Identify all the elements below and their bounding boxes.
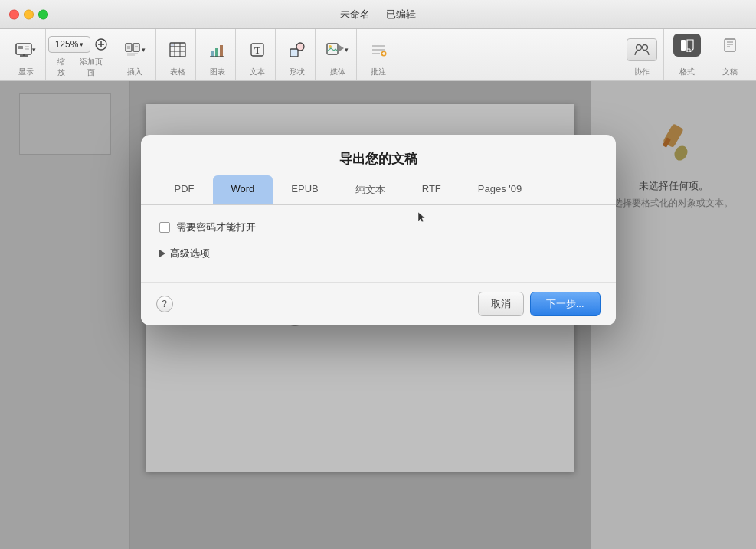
svg-point-39 bbox=[642, 44, 647, 50]
zoom-section: 125% ▾ 缩放 添加页面 bbox=[49, 29, 110, 80]
chart-section: 图表 bbox=[199, 29, 236, 80]
table-label: 表格 bbox=[170, 67, 185, 77]
svg-text:T: T bbox=[254, 45, 260, 56]
password-option-row: 需要密码才能打开 bbox=[159, 221, 597, 234]
shape-label: 形状 bbox=[290, 67, 305, 77]
add-page-icon-btn[interactable] bbox=[92, 34, 110, 55]
zoom-chevron-icon: ▾ bbox=[80, 41, 83, 48]
table-icon bbox=[165, 34, 190, 65]
table-section: 表格 bbox=[159, 29, 196, 80]
svg-rect-22 bbox=[211, 51, 214, 57]
format-tab-button[interactable] bbox=[673, 34, 701, 57]
svg-rect-1 bbox=[18, 46, 23, 49]
format-label: 格式 bbox=[679, 67, 695, 77]
tab-pdf[interactable]: PDF bbox=[156, 175, 213, 204]
svg-point-38 bbox=[636, 44, 641, 50]
chart-button[interactable] bbox=[205, 39, 230, 60]
shape-icon bbox=[285, 34, 309, 65]
add-page-label: 添加页面 bbox=[80, 57, 103, 78]
main-content: M www.MacDown.com 未选择任何项。 选择要格式化的对象或文本。 … bbox=[0, 81, 756, 549]
svg-rect-28 bbox=[290, 49, 298, 57]
doc-tab-button[interactable] bbox=[716, 34, 744, 57]
password-checkbox[interactable] bbox=[159, 222, 170, 233]
chart-label: 图表 bbox=[210, 67, 225, 77]
batch-label: 批注 bbox=[371, 67, 386, 77]
minimize-button[interactable] bbox=[24, 9, 34, 19]
coop-section: 协作 bbox=[620, 29, 664, 80]
coop-icon bbox=[627, 34, 657, 65]
format-tab-section: 格式 bbox=[667, 29, 707, 80]
tab-word-label: Word bbox=[231, 183, 255, 194]
advanced-toggle[interactable]: 高级选项 bbox=[159, 247, 597, 260]
text-section: T 文本 bbox=[239, 29, 276, 80]
svg-point-31 bbox=[329, 45, 332, 48]
triangle-icon bbox=[159, 250, 165, 257]
next-button[interactable]: 下一步... bbox=[530, 292, 601, 316]
display-button[interactable]: ▾ bbox=[14, 39, 38, 60]
svg-rect-40 bbox=[681, 40, 686, 51]
text-label: 文本 bbox=[250, 67, 265, 77]
zoom-dropdown[interactable]: 125% ▾ bbox=[48, 36, 91, 53]
batch-button[interactable] bbox=[366, 39, 391, 60]
format-tabs: PDF Word EPUB 纯文本 RTF Pages '09 bbox=[141, 175, 616, 205]
password-label: 需要密码才能打开 bbox=[176, 221, 256, 234]
maximize-button[interactable] bbox=[38, 9, 48, 19]
modal-overlay: 导出您的文稿 PDF Word EPUB 纯文本 RTF bbox=[0, 81, 756, 549]
media-icon: ▾ bbox=[326, 34, 350, 65]
modal-body: 需要密码才能打开 高级选项 bbox=[141, 205, 616, 282]
export-modal: 导出您的文稿 PDF Word EPUB 纯文本 RTF bbox=[141, 135, 616, 325]
display-section: ▾ 显示 bbox=[6, 29, 46, 80]
shape-section: 形状 bbox=[279, 29, 316, 80]
svg-rect-43 bbox=[725, 39, 735, 51]
batch-section: 批注 bbox=[360, 29, 397, 80]
help-button[interactable]: ? bbox=[156, 296, 173, 312]
tab-pages09-label: Pages '09 bbox=[478, 183, 522, 194]
shape-button[interactable] bbox=[285, 39, 309, 60]
tab-pages09[interactable]: Pages '09 bbox=[460, 175, 540, 204]
coop-label: 协作 bbox=[634, 67, 650, 77]
tab-plaintext[interactable]: 纯文本 bbox=[337, 175, 404, 204]
tab-rtf-label: RTF bbox=[422, 183, 441, 194]
batch-icon bbox=[366, 34, 391, 65]
tab-rtf[interactable]: RTF bbox=[404, 175, 460, 204]
traffic-lights bbox=[9, 9, 48, 19]
toolbar: ▾ 显示 125% ▾ 缩放 添加页面 bbox=[0, 29, 756, 81]
media-label: 媒体 bbox=[330, 67, 345, 77]
insert-button[interactable]: ▾ bbox=[123, 39, 147, 60]
svg-rect-12 bbox=[133, 44, 139, 51]
media-button[interactable]: ▾ bbox=[326, 39, 350, 60]
coop-button[interactable] bbox=[627, 38, 657, 61]
chart-icon bbox=[205, 34, 230, 65]
advanced-label: 高级选项 bbox=[170, 247, 210, 260]
doc-tab-section: 文稿 bbox=[710, 29, 750, 80]
cancel-button[interactable]: 取消 bbox=[478, 292, 524, 316]
media-section: ▾ 媒体 bbox=[319, 29, 357, 80]
footer-buttons: 取消 下一步... bbox=[478, 292, 601, 316]
svg-rect-3 bbox=[25, 48, 29, 50]
tab-plaintext-label: 纯文本 bbox=[355, 184, 385, 195]
tab-pdf-label: PDF bbox=[175, 183, 195, 194]
svg-rect-23 bbox=[215, 48, 218, 57]
table-button[interactable] bbox=[165, 39, 190, 60]
zoom-icons: 125% ▾ bbox=[48, 34, 111, 55]
right-toolbar: 协作 格式 bbox=[620, 29, 750, 80]
insert-icon: ▾ bbox=[123, 34, 147, 65]
tab-epub[interactable]: EPUB bbox=[273, 175, 336, 204]
text-button[interactable]: T bbox=[245, 39, 270, 60]
help-icon: ? bbox=[162, 299, 167, 309]
modal-title: 导出您的文稿 bbox=[339, 152, 417, 166]
doc-label: 文稿 bbox=[722, 67, 738, 77]
insert-label: 插入 bbox=[127, 67, 142, 77]
tab-epub-label: EPUB bbox=[291, 183, 318, 194]
display-label: 显示 bbox=[18, 67, 34, 77]
svg-rect-2 bbox=[25, 46, 29, 47]
window-title: 未命名 — 已编辑 bbox=[340, 8, 415, 21]
display-icons: ▾ bbox=[14, 34, 38, 65]
svg-rect-9 bbox=[126, 44, 132, 51]
text-icon: T bbox=[245, 34, 270, 65]
tab-word[interactable]: Word bbox=[213, 175, 273, 204]
title-bar: 未命名 — 已编辑 bbox=[0, 0, 756, 29]
insert-section: ▾ 插入 bbox=[113, 29, 156, 80]
close-button[interactable] bbox=[9, 9, 19, 19]
svg-rect-21 bbox=[171, 44, 174, 46]
